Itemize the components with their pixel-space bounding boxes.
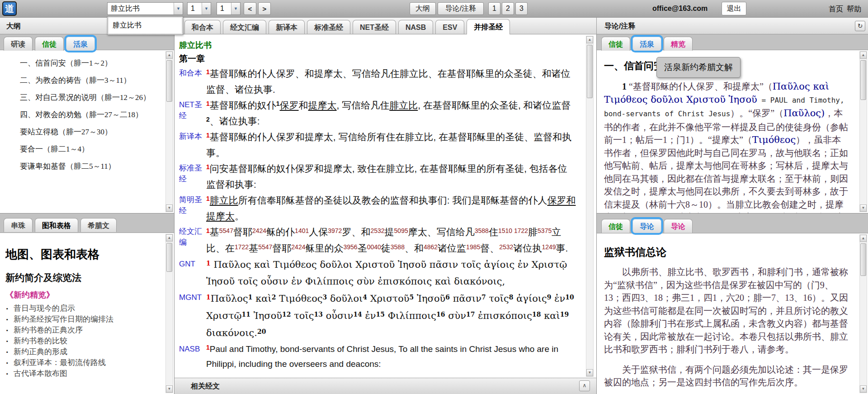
- scroll-up-icon[interactable]: ▲: [166, 234, 173, 242]
- tab-活泉[interactable]: 活泉: [66, 37, 95, 51]
- resource-link[interactable]: 叙利亚译本：最初流传路线: [5, 357, 156, 368]
- verse-row-新译本: 新译本1基督耶稣的仆人保罗和提摩太, 写信给所有住在腓立比, 在基督耶稣里的圣徒…: [179, 129, 576, 161]
- resource-link[interactable]: 新约圣经按写作日期的编排法: [5, 314, 156, 325]
- book-select[interactable]: 腓立比书 ▼: [107, 2, 183, 15]
- prev-chapter-button[interactable]: <: [244, 2, 256, 15]
- scrollbar-thumb[interactable]: [860, 60, 866, 100]
- verse-row-简明圣经: 简明圣经1腓立比所有信奉耶稣基督的圣徒以及教会的监督和执事们: 我们是耶稣基督的…: [179, 192, 576, 224]
- scroll-up-icon[interactable]: ▲: [860, 52, 867, 59]
- outline-item[interactable]: 要站立得稳（腓一27～30）: [5, 127, 156, 137]
- scrollbar-thumb[interactable]: [587, 45, 593, 98]
- verse-word-link[interactable]: 腓立比: [210, 195, 238, 205]
- scrollbar-thumb[interactable]: [166, 243, 172, 272]
- version-label-GNT[interactable]: GNT: [179, 256, 206, 290]
- version-label-和合本[interactable]: 和合本: [179, 66, 206, 97]
- outline-item[interactable]: 要谦卑如基督（腓二5～11）: [5, 161, 156, 171]
- notes-top-scrollbar[interactable]: ▲ ▼: [859, 51, 867, 212]
- tab-NET圣经[interactable]: NET圣经: [353, 20, 396, 34]
- tab-研读[interactable]: 研读: [4, 37, 33, 51]
- layout-1-button[interactable]: 1: [488, 2, 500, 15]
- resource-link[interactable]: 新约正典的形成: [5, 347, 156, 357]
- tab-NASB[interactable]: NASB: [398, 20, 433, 34]
- tab-标准圣经[interactable]: 标准圣经: [307, 20, 350, 34]
- verse-word-link[interactable]: 腓立比: [389, 100, 418, 110]
- series-title[interactable]: 《新约精览》: [5, 290, 156, 300]
- menu-item-腓立比书[interactable]: 腓立比书: [108, 17, 182, 34]
- tab-经文汇编[interactable]: 经文汇编: [223, 20, 266, 34]
- intro-notes-toggle-button[interactable]: 导论/注释: [438, 2, 484, 15]
- resource-link[interactable]: 昔日与现今的启示: [5, 303, 156, 314]
- scrollbar-thumb[interactable]: [860, 243, 866, 276]
- collapse-up-icon[interactable]: ∧: [579, 380, 590, 391]
- tab-ESV[interactable]: ESV: [435, 20, 464, 34]
- verse-select[interactable]: 1 ▼: [217, 2, 241, 15]
- tab-信徒[interactable]: 信徒: [601, 219, 630, 233]
- scroll-down-icon[interactable]: ▼: [166, 385, 173, 393]
- scroll-down-icon[interactable]: ▼: [166, 204, 173, 212]
- resources-title: 地图、图表和表格: [5, 247, 156, 262]
- version-label-标准圣经[interactable]: 标准圣经: [179, 161, 206, 192]
- version-label-NET圣经[interactable]: NET圣经: [179, 97, 206, 129]
- scroll-down-icon[interactable]: ▼: [860, 204, 867, 212]
- notes-bottom-tab-bar: 信徒导论导论: [601, 219, 695, 233]
- refresh-icon[interactable]: ↻: [855, 21, 865, 31]
- bible-scrollbar[interactable]: ▲ ▼: [586, 36, 594, 377]
- tab-活泉[interactable]: 活泉: [632, 37, 661, 51]
- resource-link[interactable]: 古代译本散布图: [5, 368, 156, 379]
- verse-word-link[interactable]: 保罗: [280, 100, 299, 110]
- scroll-up-icon[interactable]: ▲: [586, 36, 593, 43]
- tab-新译本[interactable]: 新译本: [269, 20, 305, 34]
- notes-bottom-scrollbar[interactable]: ▲ ▼: [859, 234, 867, 393]
- layout-3-button[interactable]: 3: [515, 2, 528, 15]
- outline-item[interactable]: 三、对自己景况的说明（腓一12～26）: [5, 92, 156, 103]
- outline-item[interactable]: 要合一（腓二1～4）: [5, 144, 156, 154]
- help-link[interactable]: 帮助: [847, 5, 861, 13]
- prison-epistles-heading: 监狱书信总论: [597, 245, 868, 259]
- tab-信徒[interactable]: 信徒: [601, 37, 630, 51]
- notes-paragraph: 关于监狱书信，有两个问题必须先加以论述：其一是保罗被囚的地点；另一是这四封书信的…: [597, 363, 868, 389]
- related-verses-label: 相关经文: [191, 382, 220, 391]
- resources-scrollbar[interactable]: ▲ ▼: [165, 234, 173, 393]
- resource-link[interactable]: 新约书卷的比较: [5, 336, 156, 347]
- notes-panel-title: 导论/注释: [604, 22, 635, 31]
- scroll-down-icon[interactable]: ▼: [860, 385, 867, 393]
- tab-导论[interactable]: 导论: [664, 219, 693, 233]
- tab-精览[interactable]: 精览: [664, 37, 693, 51]
- tab-希腊文[interactable]: 希腊文: [80, 218, 117, 232]
- outline-panel: 一、信首问安（腓一1～2）二、为教会的祷告（腓一3～11）三、对自己景况的说明（…: [0, 50, 174, 214]
- logout-button[interactable]: 退出: [722, 2, 746, 15]
- verse-rows: 和合本1基督耶稣的仆人保罗、和提摩太、写信给凡住腓立比、在基督耶稣里的众圣徒、和…: [179, 66, 576, 371]
- outline-toggle-button[interactable]: 大纲: [410, 2, 436, 15]
- tab-串珠[interactable]: 串珠: [4, 218, 33, 232]
- notes-paragraph: 1 “基督耶稣的仆人保罗、和提摩太”（Παῦλος καὶ Τιμόθεος δ…: [604, 80, 850, 213]
- verse-word-link[interactable]: 提摩太: [308, 100, 337, 110]
- scroll-up-icon[interactable]: ▲: [860, 235, 867, 242]
- tab-并排圣经[interactable]: 并排圣经: [467, 19, 510, 34]
- tab-导论[interactable]: 导论: [632, 219, 661, 233]
- next-chapter-button[interactable]: >: [258, 2, 271, 15]
- version-label-简明圣经[interactable]: 简明圣经: [179, 192, 206, 224]
- version-label-新译本[interactable]: 新译本: [179, 129, 206, 161]
- scrollbar-thumb[interactable]: [166, 60, 172, 102]
- book-dropdown-menu: 腓立比书: [107, 16, 183, 35]
- outline-scrollbar[interactable]: ▲ ▼: [165, 51, 173, 212]
- layout-2-button[interactable]: 2: [502, 2, 514, 15]
- version-label-NASB[interactable]: NASB: [179, 342, 206, 371]
- outline-item[interactable]: 二、为教会的祷告（腓一3～11）: [5, 75, 156, 85]
- app-logo[interactable]: 道: [2, 1, 17, 16]
- home-help-links: 首页帮助: [829, 5, 865, 14]
- tab-和合本[interactable]: 和合本: [184, 20, 221, 34]
- version-label-MGNT[interactable]: MGNT: [179, 290, 206, 342]
- outline-item[interactable]: 四、对教会的劝勉（腓一27～二18）: [5, 109, 156, 120]
- version-label-经文汇编[interactable]: 经文汇编: [179, 224, 206, 256]
- outline-item[interactable]: 一、信首问安（腓一1～2）: [5, 58, 156, 68]
- tab-信徒[interactable]: 信徒: [35, 37, 64, 51]
- chapter-select[interactable]: 1 ▼: [187, 2, 211, 15]
- scroll-down-icon[interactable]: ▼: [586, 369, 593, 376]
- tab-图和表格[interactable]: 图和表格: [35, 218, 78, 232]
- home-link[interactable]: 首页: [829, 5, 843, 13]
- verse-select-value: 1: [217, 5, 231, 13]
- verse-text: 1基5547督耶2424稣的仆1401人保3972罗、和2532提5095摩太、…: [206, 224, 576, 256]
- scroll-up-icon[interactable]: ▲: [166, 52, 173, 59]
- resource-link[interactable]: 新约书卷的正典次序: [5, 325, 156, 336]
